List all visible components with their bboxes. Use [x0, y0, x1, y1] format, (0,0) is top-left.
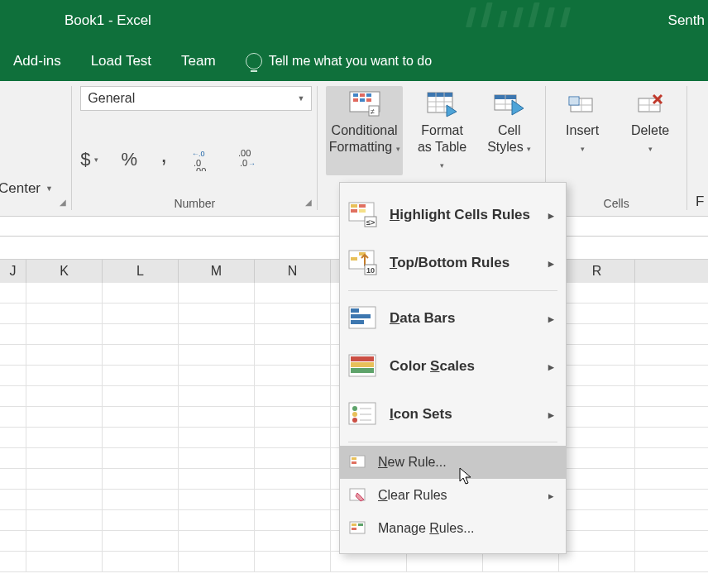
grid-cell[interactable] [179, 386, 255, 407]
grid-cell[interactable] [635, 428, 708, 448]
grid-cell[interactable] [635, 510, 708, 531]
grid-cell[interactable] [179, 448, 255, 469]
grid-cell[interactable] [559, 283, 635, 304]
dialog-launcher-icon[interactable]: ◢ [305, 198, 312, 207]
menu-new-rule[interactable]: New Rule... [340, 446, 566, 479]
grid-cell[interactable] [179, 324, 255, 345]
grid-cell[interactable] [26, 531, 103, 552]
col-header[interactable]: R [559, 260, 635, 283]
grid-cell[interactable] [255, 531, 331, 552]
grid-cell[interactable] [255, 510, 331, 531]
grid-cell[interactable] [0, 531, 26, 552]
grid-cell[interactable] [0, 366, 26, 386]
grid-cell[interactable] [559, 552, 635, 572]
grid-cell[interactable] [331, 552, 407, 572]
grid-cell[interactable] [179, 510, 255, 531]
grid-cell[interactable] [179, 428, 255, 448]
grid-cell[interactable] [0, 552, 26, 572]
tab-addins[interactable]: Add-ins [13, 53, 61, 69]
grid-cell[interactable] [0, 386, 26, 407]
grid-cell[interactable] [255, 448, 331, 469]
grid-cell[interactable] [0, 407, 26, 428]
insert-button[interactable]: Insert▾ [554, 86, 610, 159]
grid-cell[interactable] [103, 531, 179, 552]
grid-cell[interactable] [559, 345, 635, 366]
grid-cell[interactable] [559, 304, 635, 324]
grid-cell[interactable] [26, 490, 103, 510]
grid-cell[interactable] [26, 304, 103, 324]
grid-cell[interactable] [26, 324, 103, 345]
grid-cell[interactable] [26, 407, 103, 428]
grid-cell[interactable] [179, 304, 255, 324]
col-header[interactable]: N [255, 260, 331, 283]
grid-cell[interactable] [559, 428, 635, 448]
grid-cell[interactable] [0, 428, 26, 448]
tell-me[interactable]: Tell me what you want to do [246, 53, 432, 69]
grid-cell[interactable] [179, 531, 255, 552]
grid-cell[interactable] [635, 304, 708, 324]
tab-team[interactable]: Team [181, 53, 216, 69]
menu-manage-rules[interactable]: Manage Rules... [340, 512, 566, 545]
grid-cell[interactable] [635, 366, 708, 386]
grid-cell[interactable] [26, 448, 103, 469]
grid-cell[interactable] [255, 428, 331, 448]
grid-cell[interactable] [255, 407, 331, 428]
grid-cell[interactable] [635, 552, 708, 572]
grid-cell[interactable] [635, 345, 708, 366]
menu-top-bottom[interactable]: 10 Top/Bottom Rules ▸ [340, 239, 566, 287]
grid-cell[interactable] [179, 366, 255, 386]
grid-cell[interactable] [26, 345, 103, 366]
percent-button[interactable]: % [122, 149, 138, 170]
grid-cell[interactable] [103, 510, 179, 531]
grid-cell[interactable] [26, 469, 103, 490]
menu-clear-rules[interactable]: Clear Rules ▸ [340, 479, 566, 512]
grid-cell[interactable] [255, 552, 331, 572]
cell-styles-button[interactable]: Cell Styles ▾ [481, 86, 537, 175]
grid-cell[interactable] [559, 469, 635, 490]
grid-cell[interactable] [559, 324, 635, 345]
grid-cell[interactable] [0, 304, 26, 324]
grid-cell[interactable] [255, 345, 331, 366]
grid-cell[interactable] [255, 490, 331, 510]
grid-cell[interactable] [255, 386, 331, 407]
format-as-table-button[interactable]: Format as Table ▾ [414, 86, 470, 175]
grid-cell[interactable] [0, 283, 26, 304]
dialog-launcher-icon[interactable]: ◢ [60, 198, 66, 207]
menu-highlight-cells[interactable]: ≤> Highlight Cells Rules ▸ [340, 191, 566, 239]
grid-cell[interactable] [0, 490, 26, 510]
grid-cell[interactable] [559, 510, 635, 531]
col-header[interactable]: J [0, 260, 26, 283]
grid-cell[interactable] [559, 531, 635, 552]
grid-cell[interactable] [26, 366, 103, 386]
grid-cell[interactable] [0, 510, 26, 531]
col-header[interactable]: L [103, 260, 179, 283]
grid-cell[interactable] [483, 552, 559, 572]
conditional-formatting-button[interactable]: ≠ Conditional Formatting ▾ [326, 86, 403, 175]
grid-cell[interactable] [635, 407, 708, 428]
grid-cell[interactable] [179, 552, 255, 572]
grid-cell[interactable] [179, 407, 255, 428]
grid-cell[interactable] [559, 366, 635, 386]
grid-cell[interactable] [0, 324, 26, 345]
grid-cell[interactable] [103, 304, 179, 324]
grid-cell[interactable] [26, 386, 103, 407]
grid-cell[interactable] [103, 490, 179, 510]
increase-decimal-button[interactable]: ← .0 .0 .00 [190, 148, 213, 171]
grid-cell[interactable] [26, 552, 103, 572]
comma-button[interactable]: , [160, 141, 167, 168]
menu-color-scales[interactable]: Color Scales ▸ [340, 342, 566, 390]
col-header[interactable]: M [179, 260, 255, 283]
grid-cell[interactable] [103, 345, 179, 366]
grid-cell[interactable] [407, 552, 483, 572]
grid-cell[interactable] [103, 448, 179, 469]
grid-cell[interactable] [103, 366, 179, 386]
menu-icon-sets[interactable]: Icon Sets ▸ [340, 390, 566, 438]
grid-cell[interactable] [635, 448, 708, 469]
tab-loadtest[interactable]: Load Test [91, 53, 151, 69]
decrease-decimal-button[interactable]: .00 → .0 [237, 148, 260, 171]
partial-button[interactable]: F [696, 177, 700, 210]
grid-cell[interactable] [103, 469, 179, 490]
grid-cell[interactable] [635, 386, 708, 407]
grid-cell[interactable] [103, 386, 179, 407]
grid-cell[interactable] [26, 510, 103, 531]
